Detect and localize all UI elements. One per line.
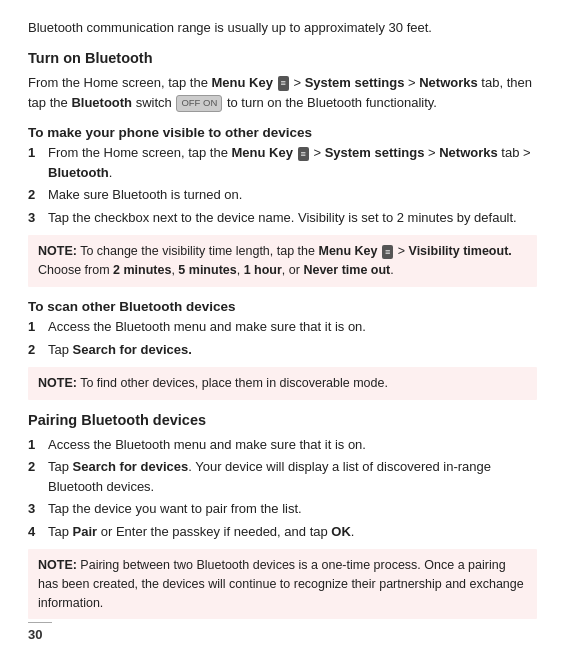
section-scan: To scan other Bluetooth devices 1 Access… (28, 297, 537, 400)
heading-pairing: Pairing Bluetooth devices (28, 410, 537, 432)
menu-key-icon: ≡ (278, 76, 289, 91)
visible-steps: 1 From the Home screen, tap the Menu Key… (28, 143, 537, 227)
list-item: 2 Tap Search for devices. Your device wi… (28, 457, 537, 496)
section-turn-on: Turn on Bluetooth From the Home screen, … (28, 48, 537, 113)
list-item: 3 Tap the checkbox next to the device na… (28, 208, 537, 228)
list-item: 1 Access the Bluetooth menu and make sur… (28, 317, 537, 337)
heading-scan: To scan other Bluetooth devices (28, 299, 236, 314)
list-item: 4 Tap Pair or Enter the passkey if neede… (28, 522, 537, 542)
note-box-scan: NOTE: To find other devices, place them … (28, 367, 537, 400)
section-pairing: Pairing Bluetooth devices 1 Access the B… (28, 410, 537, 620)
intro-text: Bluetooth communication range is usually… (28, 18, 537, 38)
list-item: 2 Make sure Bluetooth is turned on. (28, 185, 537, 205)
turn-on-body: From the Home screen, tap the Menu Key ≡… (28, 73, 537, 113)
page-number: 30 (28, 622, 52, 642)
heading-visible: To make your phone visible to other devi… (28, 125, 312, 140)
menu-key-icon-2: ≡ (298, 147, 309, 162)
list-item: 1 From the Home screen, tap the Menu Key… (28, 143, 537, 182)
list-item: 1 Access the Bluetooth menu and make sur… (28, 435, 537, 455)
scan-steps: 1 Access the Bluetooth menu and make sur… (28, 317, 537, 359)
pairing-steps: 1 Access the Bluetooth menu and make sur… (28, 435, 537, 542)
bluetooth-switch-icon: OFF ON (176, 95, 222, 112)
list-item: 2 Tap Search for devices. (28, 340, 537, 360)
page-content: Bluetooth communication range is usually… (28, 18, 537, 619)
menu-key-icon-3: ≡ (382, 245, 393, 260)
note-box-visible: NOTE: To change the visibility time leng… (28, 235, 537, 287)
heading-turn-on: Turn on Bluetooth (28, 48, 537, 70)
section-visible: To make your phone visible to other devi… (28, 123, 537, 287)
list-item: 3 Tap the device you want to pair from t… (28, 499, 537, 519)
note-box-pairing: NOTE: Pairing between two Bluetooth devi… (28, 549, 537, 619)
